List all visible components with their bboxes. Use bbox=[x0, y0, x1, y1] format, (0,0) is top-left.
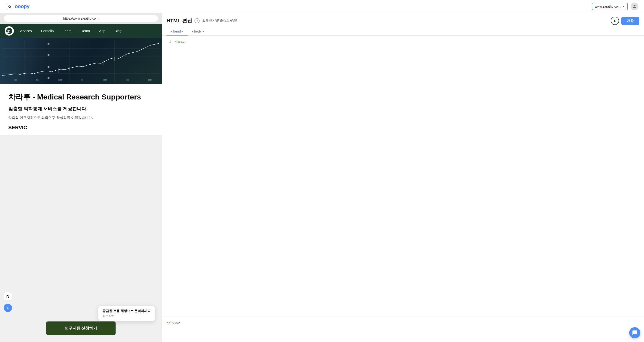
chart-overlay: 2018 2019 2020 2021 2022 2023 2024 bbox=[0, 38, 162, 84]
code-footer: </head> bbox=[162, 317, 644, 328]
chat-tooltip-title: 궁금한 것을 채팅으로 문의하세요 bbox=[102, 309, 150, 313]
site-logo: 走 bbox=[4, 26, 14, 35]
nav-item-demo[interactable]: Demo bbox=[80, 29, 90, 33]
nav-link-team[interactable]: Team bbox=[63, 29, 72, 33]
domain-selector[interactable]: www.zarathu.com ▼ bbox=[592, 3, 628, 10]
editor-actions: ▶ 저장 bbox=[611, 17, 640, 25]
website-preview-wrapper: 走 Services Portfolio Team Demo App Blog bbox=[0, 24, 162, 342]
code-editor[interactable]: 1 <head> bbox=[162, 35, 644, 317]
cta-button[interactable]: 연구지원 신청하기 bbox=[46, 322, 116, 335]
chart-svg: 2018 2019 2020 2021 2022 2023 2024 bbox=[2, 40, 160, 82]
svg-point-1 bbox=[8, 6, 10, 7]
svg-text:2018: 2018 bbox=[14, 79, 17, 81]
editor-title-row: HTML 편집 ? 활용 예시를 알아보세요! bbox=[166, 17, 237, 24]
svg-text:走: 走 bbox=[7, 29, 10, 33]
editor-title: HTML 편집 bbox=[166, 17, 192, 24]
editor-tabs: <head> <body> bbox=[162, 25, 644, 35]
user-icon bbox=[632, 4, 637, 9]
nav-item-team[interactable]: Team bbox=[63, 29, 72, 33]
code-close-tag: </head> bbox=[166, 321, 180, 325]
svg-point-2 bbox=[10, 6, 11, 7]
svg-text:2019: 2019 bbox=[36, 79, 40, 81]
svg-point-0 bbox=[6, 2, 14, 10]
nav-link-services[interactable]: Services bbox=[18, 29, 32, 33]
notion-icon[interactable]: N bbox=[4, 292, 12, 301]
nav-link-app[interactable]: App bbox=[99, 29, 105, 33]
svg-text:2020: 2020 bbox=[58, 79, 62, 81]
refresh-icon[interactable]: ↻ bbox=[4, 304, 12, 312]
nav-item-blog[interactable]: Blog bbox=[114, 29, 122, 33]
domain-label: www.zarathu.com bbox=[595, 4, 620, 8]
address-bar bbox=[0, 13, 162, 24]
tab-body[interactable]: <body> bbox=[188, 28, 208, 35]
svg-text:2024: 2024 bbox=[148, 79, 152, 81]
nav-link-demo[interactable]: Demo bbox=[80, 29, 90, 33]
nav-link-portfolio[interactable]: Portfolio bbox=[41, 29, 54, 33]
scale-markers: + + + + bbox=[46, 38, 51, 84]
code-line-1: 1 <head> bbox=[166, 39, 640, 44]
help-icon[interactable]: ? bbox=[194, 18, 200, 23]
svg-text:2022: 2022 bbox=[103, 79, 107, 81]
save-button[interactable]: 저장 bbox=[621, 17, 640, 25]
svg-text:2023: 2023 bbox=[126, 79, 129, 81]
nav-item-app[interactable]: App bbox=[99, 29, 105, 33]
content-section: 차라투 - Medical Research Supporters 맞춤형 의학… bbox=[0, 84, 162, 135]
chat-icon bbox=[632, 330, 638, 336]
top-right-controls: www.zarathu.com ▼ bbox=[592, 2, 638, 10]
url-input[interactable] bbox=[4, 15, 158, 22]
chat-widget-container bbox=[162, 328, 644, 342]
subtitle: 맞춤형 의학통계 서비스를 제공합니다. bbox=[8, 106, 154, 112]
nav-link-blog[interactable]: Blog bbox=[114, 29, 122, 33]
logo[interactable]: ooopy bbox=[6, 2, 30, 10]
chat-widget[interactable] bbox=[629, 327, 640, 338]
main-layout: 走 Services Portfolio Team Demo App Blog bbox=[0, 13, 644, 342]
handwritten-hint: 활용 예시를 알아보세요! bbox=[202, 19, 237, 23]
play-button[interactable]: ▶ bbox=[611, 17, 619, 25]
hero-image: 2018 2019 2020 2021 2022 2023 2024 bbox=[0, 38, 162, 84]
top-bar: ooopy www.zarathu.com ▼ bbox=[0, 0, 644, 13]
logo-icon bbox=[6, 2, 14, 10]
site-logo-icon: 走 bbox=[6, 27, 13, 34]
editor-panel: HTML 편집 ? 활용 예시를 알아보세요! ▶ 저장 <head> <bod… bbox=[162, 13, 644, 342]
site-logo-img: 走 bbox=[4, 26, 14, 35]
description: 맞춤형 연구지원으로 의학연구 활성화를 이끌겠습니다. bbox=[8, 116, 154, 120]
svg-text:2021: 2021 bbox=[81, 79, 84, 81]
main-title: 차라투 - Medical Research Supporters bbox=[8, 92, 154, 102]
chat-tooltip: 궁금한 것을 채팅으로 문의하세요 빠른 답변 bbox=[98, 306, 155, 321]
code-content-1: <head> bbox=[175, 39, 186, 44]
chevron-down-icon: ▼ bbox=[622, 5, 624, 7]
website-preview: 走 Services Portfolio Team Demo App Blog bbox=[0, 24, 162, 135]
site-nav: 走 Services Portfolio Team Demo App Blog bbox=[0, 24, 162, 38]
preview-panel: 走 Services Portfolio Team Demo App Blog bbox=[0, 13, 162, 342]
logo-text: ooopy bbox=[15, 3, 30, 9]
tab-head[interactable]: <head> bbox=[166, 28, 188, 35]
nav-item-portfolio[interactable]: Portfolio bbox=[41, 29, 54, 33]
chat-tooltip-sub: 빠른 답변 bbox=[102, 314, 150, 318]
services-label: SERVIC bbox=[8, 125, 154, 131]
user-avatar[interactable] bbox=[630, 2, 638, 10]
site-nav-links: Services Portfolio Team Demo App Blog bbox=[18, 29, 122, 33]
line-number-1: 1 bbox=[166, 39, 171, 44]
editor-header: HTML 편집 ? 활용 예시를 알아보세요! ▶ 저장 bbox=[162, 13, 644, 25]
nav-item-services[interactable]: Services bbox=[18, 29, 32, 33]
